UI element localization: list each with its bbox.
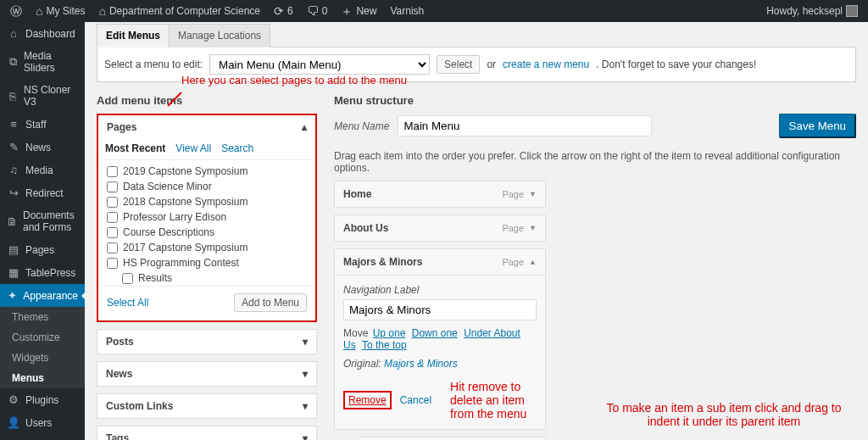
page-row[interactable]: Course Descriptions — [102, 225, 312, 240]
varnish[interactable]: Varnish — [383, 0, 431, 22]
remove-link[interactable]: Remove — [343, 391, 392, 409]
sidebar-item-media[interactable]: ♫Media — [0, 159, 85, 181]
create-menu-link[interactable]: create a new menu — [503, 58, 589, 70]
sidebar-label: Media Sliders — [24, 50, 78, 74]
page-checkbox[interactable] — [107, 242, 118, 253]
cancel-link[interactable]: Cancel — [400, 394, 431, 406]
menu-item-title: Majors & Minors — [343, 256, 422, 268]
annotation-arrow-icon — [166, 91, 183, 108]
chevron-down-icon[interactable]: ▼ — [529, 224, 537, 232]
home-icon: ⌂ — [98, 5, 105, 17]
chevron-down-icon — [303, 336, 308, 348]
sliders-icon: ⧉ — [7, 55, 19, 69]
tab-edit-menus[interactable]: Edit Menus — [97, 24, 170, 47]
sidebar-item-staff[interactable]: ≡Staff — [0, 113, 85, 136]
tags-toggle[interactable]: Tags — [97, 426, 316, 440]
metabox-title: Tags — [106, 432, 129, 440]
minitab-recent[interactable]: Most Recent — [105, 142, 165, 154]
pages-list[interactable]: 2019 Capstone Symposium Data Science Min… — [102, 159, 312, 287]
save-menu-button[interactable]: Save Menu — [779, 114, 856, 138]
sidebar-item-media-sliders[interactable]: ⧉Media Sliders — [0, 45, 85, 79]
page-checkbox[interactable] — [107, 181, 118, 192]
sidebar-item-tools[interactable]: 🛠Tools — [0, 434, 85, 440]
page-checkbox[interactable] — [122, 273, 133, 284]
sidebar-label: NS Cloner V3 — [24, 84, 78, 108]
page-checkbox[interactable] — [107, 258, 118, 269]
site-name[interactable]: ⌂Department of Computer Science — [92, 0, 267, 22]
page-checkbox[interactable] — [107, 212, 118, 223]
comments[interactable]: 🗨0 — [300, 0, 335, 22]
sidebar-item-news[interactable]: ✎News — [0, 136, 85, 159]
redirect-icon: ↪ — [7, 187, 20, 199]
pages-toggle[interactable]: Pages — [98, 115, 315, 139]
menu-item-settings: Navigation Label Move Up one Down one Un… — [335, 276, 545, 429]
page-row[interactable]: Data Science Minor — [102, 179, 312, 194]
menu-item[interactable]: About UsPage▼ — [334, 214, 546, 242]
howdy-label: Howdy, hecksepl — [766, 5, 843, 17]
add-to-menu-button[interactable]: Add to Menu — [234, 293, 307, 312]
move-label: Move — [343, 327, 368, 339]
sidebar-item-documents[interactable]: 🗎Documents and Forms — [0, 204, 85, 238]
select-button[interactable]: Select — [437, 55, 480, 74]
my-sites[interactable]: ⌂My Sites — [29, 0, 92, 22]
page-row[interactable]: Professor Larry Edison — [102, 209, 312, 225]
page-row[interactable]: 2019 Capstone Symposium — [102, 164, 312, 179]
page-row[interactable]: 2017 Capstone Symposium — [102, 240, 312, 255]
menu-name-input[interactable] — [398, 115, 652, 136]
wp-logo[interactable]: ⓦ — [3, 0, 29, 22]
page-label: HS Programming Contest — [123, 257, 239, 269]
media-icon: ♫ — [7, 164, 20, 176]
sidebar-item-tablepress[interactable]: ▦TablePress — [0, 261, 85, 284]
select-all-link[interactable]: Select All — [107, 297, 148, 309]
customlinks-toggle[interactable]: Custom Links — [97, 394, 316, 418]
chevron-down-icon[interactable]: ▼ — [529, 190, 537, 198]
menu-subitem[interactable]: Computer Science Majorssub itemPage▼ — [358, 437, 546, 440]
submenu-widgets[interactable]: Widgets — [0, 348, 85, 368]
menu-item-open[interactable]: Majors & MinorsPage▲ Navigation Label Mo… — [334, 248, 546, 430]
sidebar-item-dashboard[interactable]: ⌂Dashboard — [0, 22, 85, 45]
news-toggle[interactable]: News — [97, 362, 316, 386]
chevron-down-icon — [303, 400, 308, 412]
posts-toggle[interactable]: Posts — [97, 330, 316, 354]
page-label: 2017 Capstone Symposium — [123, 242, 248, 253]
tags-metabox: Tags — [97, 426, 317, 440]
page-checkbox[interactable] — [107, 166, 118, 177]
minitab-search[interactable]: Search — [221, 142, 253, 154]
sidebar-label: Users — [25, 417, 52, 429]
account[interactable]: Howdy, hecksepl — [760, 0, 865, 22]
page-row[interactable]: 2018 Capstone Symposium — [102, 194, 312, 209]
sidebar-item-appearance[interactable]: ✦Appearance — [0, 284, 85, 307]
minitab-viewall[interactable]: View All — [175, 142, 211, 154]
sidebar-item-users[interactable]: 👤Users — [0, 411, 85, 434]
selector-label: Select a menu to edit: — [104, 58, 203, 70]
main: Edit Menus Manage Locations Select a men… — [85, 22, 868, 440]
original-link[interactable]: Majors & Minors — [384, 358, 458, 370]
updates[interactable]: ⟳6 — [267, 0, 300, 22]
move-top-link[interactable]: To the top — [362, 339, 407, 351]
chevron-up-icon[interactable]: ▲ — [529, 258, 537, 266]
page-checkbox[interactable] — [107, 227, 118, 238]
submenu-menus[interactable]: Menus — [0, 368, 85, 388]
menu-item[interactable]: HomePage▼ — [334, 181, 546, 208]
page-row[interactable]: Results — [102, 270, 312, 286]
sidebar-item-plugins[interactable]: ⚙Plugins — [0, 388, 85, 411]
menu-name-label: Menu Name — [334, 120, 389, 132]
appearance-submenu: Themes Customize Widgets Menus — [0, 307, 85, 388]
structure-heading: Menu structure — [334, 94, 856, 107]
tab-manage-locations[interactable]: Manage Locations — [170, 24, 270, 47]
sidebar-item-pages[interactable]: ▤Pages — [0, 238, 85, 261]
menu-select[interactable]: Main Menu (Main Menu) — [209, 54, 430, 75]
page-row[interactable]: HS Programming Contest — [102, 255, 312, 270]
move-up-link[interactable]: Up one — [373, 327, 406, 339]
new-content[interactable]: ＋New — [334, 0, 383, 22]
move-down-link[interactable]: Down one — [412, 327, 458, 339]
sidebar-item-nscloner[interactable]: ⎘NS Cloner V3 — [0, 79, 85, 113]
submenu-customize[interactable]: Customize — [0, 327, 85, 348]
page-checkbox[interactable] — [107, 197, 118, 208]
nav-label-input[interactable] — [343, 299, 537, 320]
chevron-down-icon — [303, 432, 308, 440]
sidebar-item-redirect[interactable]: ↪Redirect — [0, 181, 85, 204]
nav-label-label: Navigation Label — [343, 284, 537, 296]
submenu-themes[interactable]: Themes — [0, 307, 85, 327]
annotation-subitem: To make an item a sub item click and dra… — [588, 401, 860, 428]
